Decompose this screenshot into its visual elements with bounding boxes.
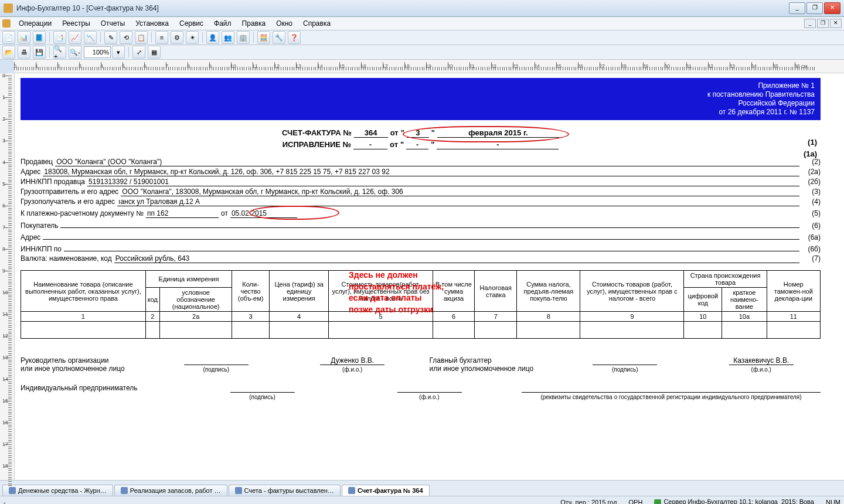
toolbar-view: 📂 🖶 💾 🔍+ 🔍- ▾ ⤢ ▦ [0, 45, 844, 60]
menu-file[interactable]: Файл [209, 18, 236, 29]
tab-icon [9, 487, 16, 494]
zoom-dropdown[interactable]: ▾ [112, 46, 125, 59]
tool-icon[interactable]: ✎ [104, 31, 117, 44]
seller-value: ООО "Коланга" (ООО "Коланга") [55, 158, 799, 166]
status-num: NUM [826, 499, 840, 504]
sf-month-year: февраля 2015 г. [437, 128, 559, 138]
table-row [21, 322, 821, 339]
doc-icon [2, 19, 11, 28]
corr-number: - [353, 140, 387, 149]
tool-icon[interactable]: 📊 [18, 31, 30, 44]
status-period: Отч. пер.: 2015 год [560, 499, 617, 504]
menu-window[interactable]: Окно [271, 18, 297, 29]
tab-icon [348, 487, 355, 494]
minimize-button[interactable]: _ [789, 2, 805, 14]
sf-day: 3 [407, 128, 429, 138]
tool-icon[interactable]: 🏢 [237, 31, 250, 44]
paydoc-number: пп 162 [146, 209, 219, 218]
save-button[interactable]: 💾 [33, 46, 46, 59]
tab[interactable]: Счета - фактуры выставлен… [229, 485, 341, 496]
tool-icon[interactable]: 👥 [222, 31, 234, 44]
zoom-input[interactable] [84, 46, 111, 58]
tab[interactable]: Счет-фактура № 364 [342, 485, 430, 496]
app-icon [4, 4, 13, 13]
menu-help[interactable]: Справка [298, 18, 335, 29]
menu-service[interactable]: Сервис [175, 18, 208, 29]
sf-number: 364 [354, 128, 388, 138]
tool-icon[interactable]: 📈 [69, 31, 81, 44]
shipper-value: ООО "Коланга", 183008, Мурманская обл, г… [121, 188, 799, 196]
buyer-inn [64, 243, 799, 251]
status-orn: ОРН [629, 499, 643, 504]
grid-button[interactable]: ▦ [148, 46, 161, 59]
document-viewport[interactable]: Приложение № 1 к постановлению Правитель… [15, 73, 844, 480]
tool-icon[interactable]: ≡ [155, 31, 168, 44]
close-button[interactable]: ✕ [824, 2, 840, 14]
mdi-restore-button[interactable]: ❐ [817, 19, 829, 28]
tool-icon[interactable]: ⚙ [171, 31, 183, 44]
mdi-close-button[interactable]: ✕ [830, 19, 842, 28]
tool-icon[interactable]: 📄 [2, 31, 15, 44]
open-button[interactable]: 📂 [2, 46, 15, 59]
currency-value: Российский рубль, 643 [114, 254, 799, 263]
menu-operations[interactable]: Операции [14, 18, 56, 29]
tool-icon[interactable]: 📑 [53, 31, 66, 44]
toolbar-main: 📄 📊 📘 📑 📈 📉 ✎ ⟲ 📋 ≡ ⚙ ✴ 👤 👥 🏢 🧮 🔧 ❓ [0, 30, 844, 45]
tool-icon[interactable]: 👤 [206, 31, 219, 44]
tool-icon[interactable]: 📘 [33, 31, 46, 44]
tool-icon[interactable]: ✴ [186, 31, 199, 44]
menubar: Операции Реестры Отчеты Установка Сервис… [0, 17, 844, 30]
tool-icon[interactable]: 🧮 [257, 31, 270, 44]
window-title: Инфо-Бухгалтер 10 - [Счет-фактура № 364] [16, 4, 789, 12]
menu-edit[interactable]: Правка [237, 18, 271, 29]
zoom-in-button[interactable]: 🔍+ [53, 46, 66, 59]
sf-label: СЧЕТ-ФАКТУРА № [282, 128, 352, 137]
menu-registers[interactable]: Реестры [57, 18, 95, 29]
buyer-value [60, 219, 799, 228]
seller-inn: 5191313392 / 519001001 [87, 178, 799, 186]
tab-icon [235, 487, 242, 494]
corr-label: ИСПРАВЛЕНИЕ № [283, 140, 351, 149]
appendix-header: Приложение № 1 к постановлению Правитель… [21, 78, 821, 120]
fit-button[interactable]: ⤢ [132, 46, 145, 59]
ruler-horizontal: 0123456789101112131415161718192021222324… [14, 60, 844, 73]
document-tabs: Денежные средства - Журн…Реализация запа… [0, 480, 844, 496]
tool-icon[interactable]: ⟲ [120, 31, 132, 44]
tool-icon[interactable]: 📋 [135, 31, 148, 44]
tab-icon [121, 487, 128, 494]
tab[interactable]: Реализация запасов, работ … [114, 485, 227, 496]
tool-icon[interactable]: 🔧 [273, 31, 285, 44]
statusbar: - Отч. пер.: 2015 год ОРН Сервер Инфо-Бу… [0, 496, 844, 504]
maximize-button[interactable]: ❐ [806, 2, 823, 14]
accountant-name: Казакевичус В.В. [729, 356, 794, 365]
tool-icon[interactable]: ❓ [288, 31, 301, 44]
menu-setup[interactable]: Установка [131, 18, 173, 29]
ruler-vertical: 0123456789101112131415161718 [0, 73, 15, 480]
status-server: Сервер Инфо-Бухгалтер 10.1: kolanga_2015… [663, 498, 814, 504]
zoom-out-button[interactable]: 🔍- [69, 46, 81, 59]
head-name: Дуженко В.В. [320, 356, 384, 365]
annotation-text: Здесь не должен проставляться платёж, ес… [349, 270, 444, 315]
menu-reports[interactable]: Отчеты [96, 18, 130, 29]
print-button[interactable]: 🖶 [18, 46, 30, 59]
buyer-address [43, 231, 799, 240]
mdi-minimize-button[interactable]: _ [804, 19, 816, 28]
paydoc-date: 05.02.2015 [230, 209, 297, 218]
consignee-value: ıанск ул Траловая д.12 А [117, 197, 799, 206]
server-icon [654, 499, 661, 504]
tab[interactable]: Денежные средства - Журн… [2, 485, 113, 496]
seller-address: 183008, Мурманская обл, г Мурманск, пр-к… [43, 168, 799, 176]
window-titlebar: Инфо-Бухгалтер 10 - [Счет-фактура № 364]… [0, 0, 844, 17]
tool-icon[interactable]: 📉 [84, 31, 97, 44]
